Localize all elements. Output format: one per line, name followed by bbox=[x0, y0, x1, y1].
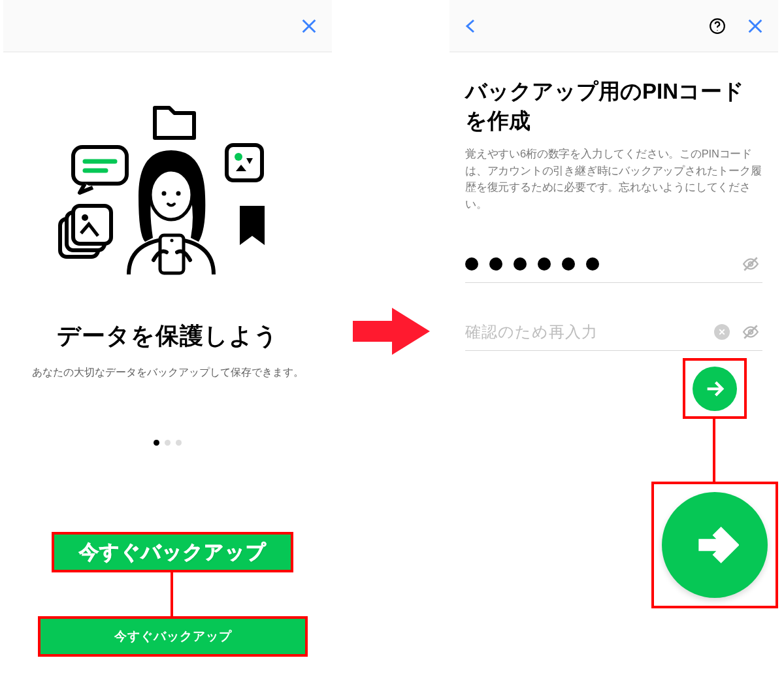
navbar-actions bbox=[708, 15, 766, 37]
svg-point-8 bbox=[235, 153, 242, 161]
annotation-connector bbox=[171, 572, 173, 616]
screen-backup-intro: データを保護しよう あなたの大切なデータをバックアップして保存できます。 今すぐ… bbox=[3, 0, 332, 692]
svg-point-10 bbox=[161, 191, 166, 196]
callout-label: 今すぐバックアップ bbox=[79, 539, 267, 566]
page-dot-3 bbox=[176, 440, 182, 446]
illustration bbox=[3, 98, 332, 307]
svg-point-15 bbox=[717, 29, 717, 30]
svg-point-9 bbox=[150, 170, 192, 220]
toggle-visibility-icon[interactable] bbox=[742, 255, 760, 273]
annotation-connector bbox=[713, 419, 715, 482]
tutorial-two-screens: データを保護しよう あなたの大切なデータをバックアップして保存できます。 今すぐ… bbox=[0, 0, 784, 692]
next-button-zoom[interactable] bbox=[662, 492, 768, 598]
svg-point-13 bbox=[170, 239, 173, 242]
svg-rect-5 bbox=[73, 206, 111, 244]
intro-title: データを保護しよう bbox=[3, 320, 332, 352]
annotation-next-button-large bbox=[651, 482, 778, 608]
intro-subtitle: あなたの大切なデータをバックアップして保存できます。 bbox=[3, 364, 332, 381]
svg-rect-7 bbox=[227, 145, 262, 180]
navbar bbox=[3, 0, 332, 52]
pin-input[interactable] bbox=[465, 245, 762, 283]
backup-now-button-label: 今すぐバックアップ bbox=[114, 628, 232, 645]
pin-confirm-placeholder: 確認のため再入力 bbox=[465, 321, 598, 342]
page-indicator bbox=[3, 440, 332, 446]
toggle-visibility-icon[interactable] bbox=[742, 323, 760, 341]
pin-form: バックアップ用のPINコードを作成 覚えやすい6桁の数字を入力してください。この… bbox=[449, 52, 778, 351]
help-icon[interactable] bbox=[708, 16, 727, 36]
close-icon[interactable] bbox=[298, 15, 320, 37]
svg-point-6 bbox=[82, 214, 88, 221]
pin-confirm-actions bbox=[714, 323, 760, 341]
clear-icon[interactable] bbox=[714, 324, 730, 340]
page-dot-1 bbox=[154, 440, 159, 446]
svg-point-11 bbox=[176, 191, 180, 196]
close-icon[interactable] bbox=[744, 15, 766, 37]
back-icon[interactable] bbox=[461, 15, 481, 37]
pin-title: バックアップ用のPINコードを作成 bbox=[465, 77, 762, 135]
annotation-next-button-small bbox=[683, 358, 747, 419]
pin-confirm-input[interactable]: 確認のため再入力 bbox=[465, 313, 762, 351]
navbar bbox=[449, 0, 778, 52]
flow-arrow-icon bbox=[353, 305, 431, 357]
callout-backup-now: 今すぐバックアップ bbox=[52, 532, 293, 572]
backup-now-button[interactable]: 今すぐバックアップ bbox=[38, 616, 308, 657]
svg-rect-0 bbox=[73, 147, 127, 184]
page-dot-2 bbox=[165, 440, 171, 446]
pin-description: 覚えやすい6桁の数字を入力してください。このPINコードは、アカウントの引き継ぎ… bbox=[465, 146, 762, 212]
next-button[interactable] bbox=[693, 367, 737, 411]
pin-masked-value bbox=[465, 257, 599, 271]
